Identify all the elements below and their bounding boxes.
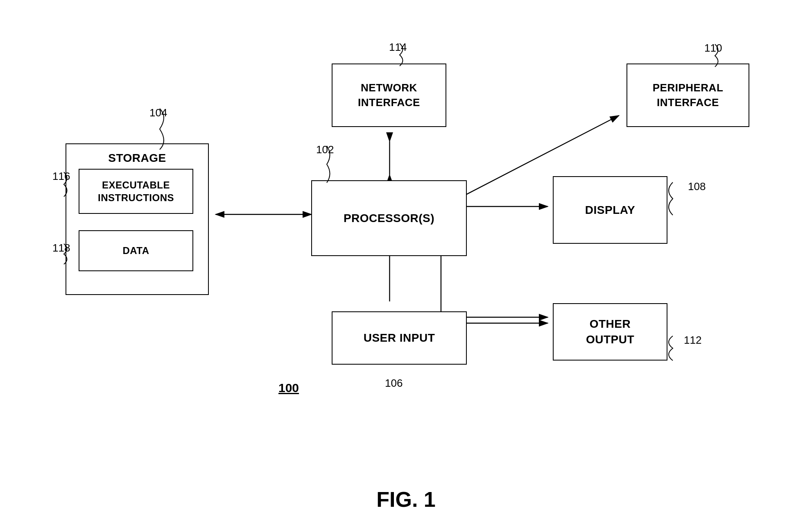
other-output-label: OTHEROUTPUT: [586, 316, 634, 347]
brace-110: [707, 44, 723, 67]
diagram-container: STORAGE EXECUTABLEINSTRUCTIONS DATA 104 …: [33, 25, 779, 491]
user-input-box: USER INPUT: [332, 311, 467, 365]
storage-box: STORAGE EXECUTABLEINSTRUCTIONS DATA: [66, 143, 209, 295]
brace-104: [147, 109, 172, 150]
display-label: DISPLAY: [585, 204, 635, 217]
storage-label: STORAGE: [108, 152, 166, 165]
brace-112: [669, 336, 689, 361]
processor-box: PROCESSOR(S): [311, 180, 467, 256]
network-interface-label: NETWORKINTERFACE: [358, 81, 420, 109]
other-output-box: OTHEROUTPUT: [553, 303, 667, 361]
user-input-label: USER INPUT: [364, 331, 435, 345]
brace-118: [56, 244, 72, 264]
label-106: 106: [385, 377, 403, 390]
peripheral-interface-box: PERIPHERALINTERFACE: [627, 64, 749, 127]
label-100: 100: [278, 381, 299, 395]
brace-108: [669, 182, 693, 215]
executable-instructions-box: EXECUTABLEINSTRUCTIONS: [79, 169, 193, 214]
brace-116: [56, 172, 72, 197]
display-box: DISPLAY: [553, 176, 667, 244]
peripheral-interface-label: PERIPHERALINTERFACE: [653, 81, 724, 109]
data-box: DATA: [79, 230, 193, 271]
brace-102: [319, 146, 335, 183]
brace-114: [391, 43, 408, 66]
processor-label: PROCESSOR(S): [344, 212, 434, 225]
figure-caption: FIG. 1: [376, 487, 435, 512]
network-interface-box: NETWORKINTERFACE: [332, 64, 446, 127]
executable-instructions-label: EXECUTABLEINSTRUCTIONS: [98, 179, 174, 204]
data-label: DATA: [122, 245, 149, 256]
